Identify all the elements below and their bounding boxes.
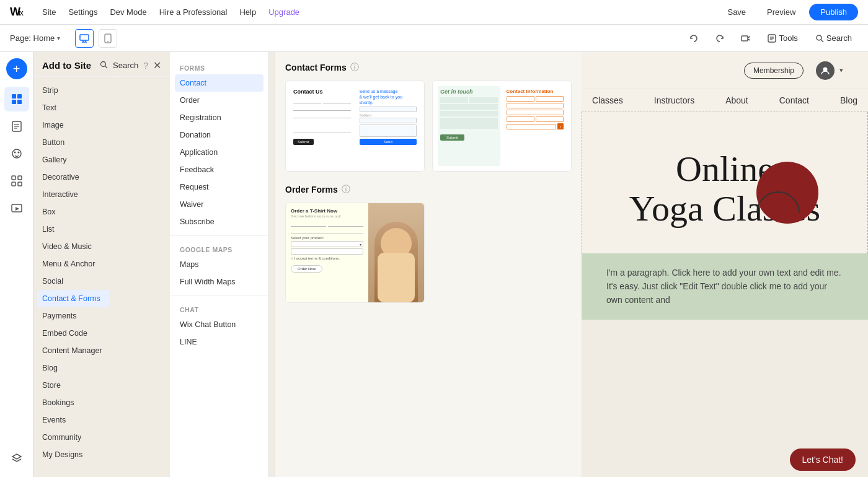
svg-point-27: [17, 152, 19, 154]
chat-bubble-button[interactable]: Let's Chat!: [790, 449, 856, 471]
sidebar-theme-button[interactable]: [4, 141, 29, 166]
publish-button[interactable]: Publish: [809, 4, 858, 20]
preview-button[interactable]: Preview: [760, 4, 803, 20]
site-nav-instructors[interactable]: Instructors: [654, 95, 694, 105]
svg-line-36: [105, 66, 108, 68]
forms-item-order[interactable]: Order: [170, 92, 268, 109]
svg-line-16: [821, 40, 823, 42]
category-menu-anchor[interactable]: Menu & Anchor: [33, 255, 113, 273]
sidebar-add-panel-button[interactable]: [4, 87, 29, 112]
nav-settings[interactable]: Settings: [68, 7, 97, 17]
dashed-guide-left: [582, 112, 582, 253]
category-embed-code[interactable]: Embed Code: [33, 325, 113, 342]
forms-item-registration[interactable]: Registration: [170, 109, 268, 126]
undo-button[interactable]: [683, 28, 704, 49]
website-canvas: Membership ▾ Classes Instructors About C…: [582, 52, 868, 477]
sidebar-media-button[interactable]: [4, 196, 29, 221]
chat-section-label: CHAT: [170, 301, 268, 316]
category-contact-forms[interactable]: Contact & Forms: [37, 290, 110, 307]
zoom-button[interactable]: [735, 28, 756, 49]
contact-forms-title: Contact Forms: [285, 63, 347, 72]
page-selector[interactable]: Page: Home ▾: [10, 33, 60, 43]
desktop-view-button[interactable]: [75, 29, 94, 48]
nav-upgrade[interactable]: Upgrade: [268, 7, 299, 17]
nav-site[interactable]: Site: [42, 7, 56, 17]
category-content-manager[interactable]: Content Manager: [33, 342, 113, 359]
wix-logo: W ix: [10, 4, 30, 20]
nav-hire[interactable]: Hire a Professional: [159, 7, 228, 17]
tools-button[interactable]: Tools: [761, 30, 804, 46]
site-lower-text: I'm a paragraph. Click here to add your …: [606, 266, 843, 307]
panel-search-link[interactable]: Search: [113, 61, 138, 70]
save-button[interactable]: Save: [720, 4, 753, 20]
category-interactive[interactable]: Interactive: [33, 186, 113, 203]
svg-marker-33: [16, 207, 19, 211]
chat-item-line[interactable]: LINE: [170, 333, 268, 351]
category-image[interactable]: Image: [33, 116, 113, 134]
page-chevron-icon: ▾: [57, 35, 60, 42]
forms-item-donation[interactable]: Donation: [170, 126, 268, 144]
sidebar-pages-button[interactable]: [4, 114, 29, 139]
chat-item-wix[interactable]: Wix Chat Button: [170, 316, 268, 333]
svg-rect-18: [17, 94, 22, 98]
category-box[interactable]: Box: [33, 203, 113, 221]
search-label: Search: [826, 33, 852, 43]
forms-item-waiver[interactable]: Waiver: [170, 196, 268, 213]
forms-item-contact[interactable]: Contact: [175, 74, 264, 92]
redo-button[interactable]: [709, 28, 730, 49]
order-tshirt-card[interactable]: Order a T-Shirt Now Get one before stock…: [285, 203, 425, 303]
forms-item-subscribe[interactable]: Subscribe: [170, 213, 268, 230]
site-nav-classes[interactable]: Classes: [592, 95, 623, 105]
site-nav-about[interactable]: About: [725, 95, 748, 105]
nav-help[interactable]: Help: [239, 7, 256, 17]
page-name: Page: Home: [10, 33, 55, 43]
contact-info-preview: Get in touch Submit Cont: [433, 81, 571, 171]
category-list[interactable]: List: [33, 221, 113, 238]
site-nav-contact[interactable]: Contact: [779, 95, 809, 105]
category-blog[interactable]: Blog: [33, 359, 113, 377]
maps-item-full-width[interactable]: Full Width Maps: [170, 273, 268, 291]
category-social[interactable]: Social: [33, 273, 113, 290]
panel-close-icon[interactable]: ✕: [153, 59, 161, 71]
forms-item-feedback[interactable]: Feedback: [170, 161, 268, 178]
contact-forms-info-icon[interactable]: ⓘ: [350, 62, 359, 73]
top-bar-left: W ix Site Settings Dev Mode Hire a Profe…: [10, 4, 299, 20]
sidebar-apps-button[interactable]: [4, 168, 29, 193]
order-forms-header: Order Forms ⓘ: [285, 184, 572, 195]
category-bookings[interactable]: Bookings: [33, 394, 113, 411]
category-store[interactable]: Store: [33, 377, 113, 394]
svg-point-26: [14, 152, 16, 154]
content-area: Contact Forms ⓘ Contact Us: [275, 52, 582, 477]
site-hero: Online Yoga Classes: [582, 112, 868, 253]
forms-item-application[interactable]: Application: [170, 144, 268, 161]
mobile-view-button[interactable]: [99, 29, 117, 48]
category-button[interactable]: Button: [33, 134, 113, 151]
category-payments[interactable]: Payments: [33, 307, 113, 325]
svg-point-15: [817, 35, 822, 40]
site-nav-blog[interactable]: Blog: [840, 95, 857, 105]
view-icons: [75, 29, 117, 48]
svg-rect-30: [12, 182, 16, 186]
membership-button[interactable]: Membership: [744, 63, 804, 79]
category-text[interactable]: Text: [33, 99, 113, 116]
contact-info-card[interactable]: Get in touch Submit Cont: [432, 81, 572, 172]
category-community[interactable]: Community: [33, 429, 113, 446]
add-elements-button[interactable]: +: [6, 58, 27, 79]
category-video-music[interactable]: Video & Music: [33, 238, 113, 255]
category-events[interactable]: Events: [33, 411, 113, 429]
category-decorative[interactable]: Decorative: [33, 168, 113, 186]
order-forms-info-icon[interactable]: ⓘ: [342, 184, 350, 195]
top-bar-right: Save Preview Publish: [720, 4, 858, 20]
nav-devmode[interactable]: Dev Mode: [110, 7, 146, 17]
sidebar-layers-button[interactable]: [4, 446, 29, 471]
contact-us-card[interactable]: Contact Us Submit Send u: [285, 81, 425, 172]
category-my-designs[interactable]: My Designs: [33, 446, 113, 463]
search-button[interactable]: Search: [809, 30, 858, 46]
panel-help-icon[interactable]: ?: [143, 61, 148, 71]
maps-item-maps[interactable]: Maps: [170, 256, 268, 273]
category-gallery[interactable]: Gallery: [33, 151, 113, 168]
forms-item-request[interactable]: Request: [170, 178, 268, 196]
page-bar-left: Page: Home ▾: [10, 29, 117, 48]
svg-rect-29: [18, 176, 22, 180]
category-strip[interactable]: Strip: [33, 82, 113, 99]
